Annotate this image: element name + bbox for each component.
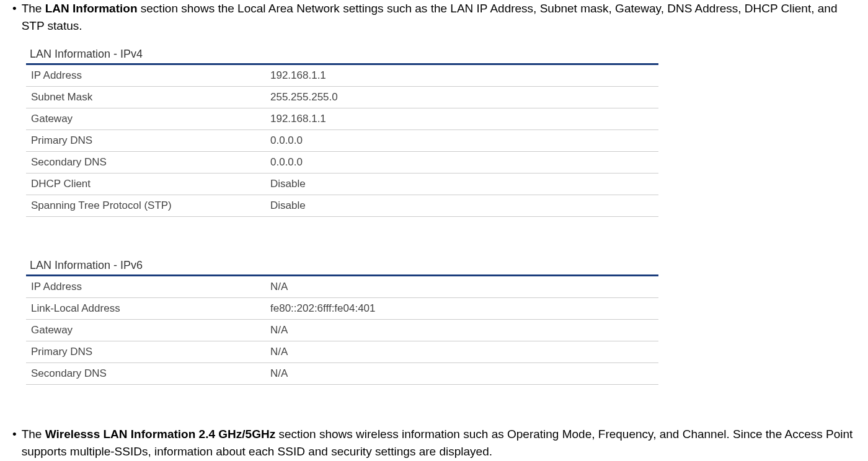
row-value: Disable [265, 173, 658, 195]
row-value: N/A [265, 276, 658, 298]
row-value: Disable [265, 195, 658, 217]
bullet-wireless-info: • The Wirelesss LAN Information 2.4 GHz/… [12, 426, 856, 460]
table-row: Link-Local Addressfe80::202:6fff:fe04:40… [26, 298, 658, 320]
text-bold: Wirelesss LAN Information 2.4 GHz/5GHz [45, 428, 275, 441]
row-value: N/A [265, 363, 658, 385]
row-label: Primary DNS [26, 341, 265, 363]
row-value: 0.0.0.0 [265, 130, 658, 152]
text-suffix: section shows the Local Area Network set… [22, 2, 838, 32]
bullet-text: The LAN Information section shows the Lo… [22, 0, 856, 34]
table-row: Spanning Tree Protocol (STP)Disable [26, 195, 658, 217]
row-value: 0.0.0.0 [265, 152, 658, 173]
table-row: Gateway192.168.1.1 [26, 108, 658, 130]
table-row: IP Address192.168.1.1 [26, 64, 658, 87]
row-label: Secondary DNS [26, 152, 265, 173]
lan-ipv6-title: LAN Information - IPv6 [26, 257, 658, 274]
table-row: Secondary DNSN/A [26, 363, 658, 385]
row-label: DHCP Client [26, 173, 265, 195]
row-label: Gateway [26, 108, 265, 130]
row-label: Subnet Mask [26, 87, 265, 108]
table-row: Subnet Mask255.255.255.0 [26, 87, 658, 108]
bullet-marker: • [12, 0, 17, 34]
row-value: N/A [265, 341, 658, 363]
row-label: Secondary DNS [26, 363, 265, 385]
text-bold: LAN Information [45, 2, 138, 15]
table-row: DHCP ClientDisable [26, 173, 658, 195]
table-row: Secondary DNS0.0.0.0 [26, 152, 658, 173]
bullet-lan-info: • The LAN Information section shows the … [12, 0, 856, 34]
row-label: IP Address [26, 276, 265, 298]
row-value: 192.168.1.1 [265, 108, 658, 130]
row-label: Primary DNS [26, 130, 265, 152]
lan-ipv6-block: LAN Information - IPv6 IP AddressN/A Lin… [26, 257, 658, 385]
row-label: Gateway [26, 320, 265, 341]
text-prefix: The [22, 428, 45, 441]
row-label: Link-Local Address [26, 298, 265, 320]
lan-ipv6-table: IP AddressN/A Link-Local Addressfe80::20… [26, 274, 658, 385]
lan-ipv4-title: LAN Information - IPv4 [26, 45, 658, 63]
text-prefix: The [22, 2, 45, 15]
row-label: Spanning Tree Protocol (STP) [26, 195, 265, 217]
row-value: N/A [265, 320, 658, 341]
lan-ipv4-table: IP Address192.168.1.1 Subnet Mask255.255… [26, 63, 658, 217]
bullet-marker: • [12, 426, 17, 460]
table-row: Primary DNS0.0.0.0 [26, 130, 658, 152]
lan-ipv4-block: LAN Information - IPv4 IP Address192.168… [26, 45, 658, 217]
row-label: IP Address [26, 64, 265, 87]
row-value: 192.168.1.1 [265, 64, 658, 87]
row-value: fe80::202:6fff:fe04:401 [265, 298, 658, 320]
table-row: Primary DNSN/A [26, 341, 658, 363]
row-value: 255.255.255.0 [265, 87, 658, 108]
bullet-text: The Wirelesss LAN Information 2.4 GHz/5G… [22, 426, 856, 460]
table-row: GatewayN/A [26, 320, 658, 341]
table-row: IP AddressN/A [26, 276, 658, 298]
